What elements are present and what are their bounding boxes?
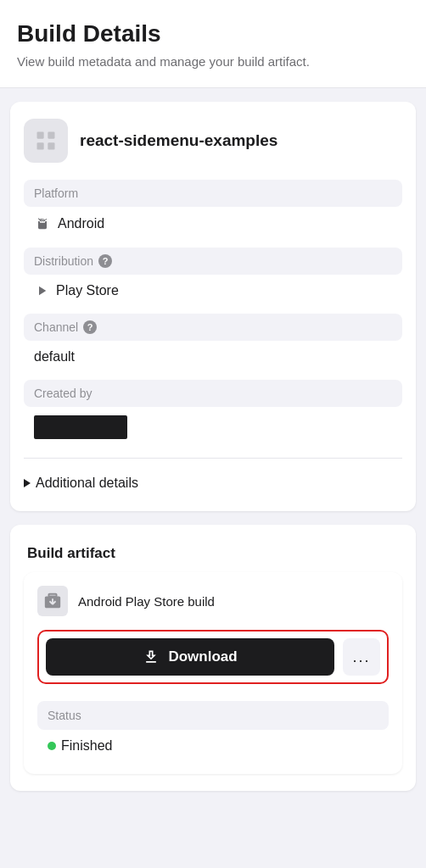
additional-details-label: Additional details	[36, 476, 138, 491]
build-metadata-card: react-sidemenu-examples Platform Android…	[10, 102, 416, 511]
artifact-name: Android Play Store build	[78, 594, 215, 609]
channel-label: Channel ?	[34, 320, 392, 334]
distribution-field-group: Distribution ? Play Store	[24, 248, 402, 310]
status-value: Finished	[61, 738, 112, 754]
artifact-card: Android Play Store build Download ... St…	[24, 572, 402, 774]
triangle-icon	[24, 479, 31, 487]
created-by-value-row	[24, 409, 402, 451]
content-area: react-sidemenu-examples Platform Android…	[0, 88, 426, 818]
distribution-label: Distribution ?	[34, 254, 392, 268]
distribution-help-icon[interactable]: ?	[98, 254, 112, 268]
channel-field-group: Channel ? default	[24, 314, 402, 376]
svg-rect-2	[37, 142, 44, 149]
page-title: Build Details	[17, 20, 409, 47]
platform-label-row: Platform	[24, 180, 402, 207]
app-name: react-sidemenu-examples	[80, 131, 277, 150]
page-header: Build Details View build metadata and ma…	[0, 0, 426, 88]
platform-label: Platform	[34, 186, 392, 200]
channel-value: default	[34, 349, 75, 364]
created-by-label: Created by	[34, 387, 392, 400]
archive-icon	[43, 592, 62, 610]
channel-help-icon[interactable]: ?	[83, 320, 97, 334]
status-label: Status	[48, 709, 81, 722]
created-by-label-row: Created by	[24, 380, 402, 407]
page-subtitle: View build metadata and manage your buil…	[17, 53, 409, 70]
grid-icon	[34, 129, 58, 153]
svg-rect-0	[37, 132, 44, 139]
build-artifact-section: Build artifact Android Play Store build …	[10, 525, 416, 791]
app-header-row: react-sidemenu-examples	[24, 119, 402, 163]
svg-rect-3	[48, 142, 54, 149]
distribution-label-row: Distribution ?	[24, 248, 402, 275]
more-options-button[interactable]: ...	[343, 638, 380, 676]
channel-label-row: Channel ?	[24, 314, 402, 341]
play-store-icon	[34, 283, 49, 298]
app-icon	[24, 119, 68, 163]
android-icon	[34, 215, 51, 232]
action-row: Download ...	[37, 630, 389, 684]
channel-value-row: default	[24, 342, 402, 376]
redacted-user-value	[34, 415, 127, 439]
distribution-value-row: Play Store	[24, 276, 402, 310]
section-header: Build artifact	[24, 542, 402, 572]
svg-rect-1	[48, 132, 54, 139]
download-icon	[143, 648, 160, 665]
artifact-row: Android Play Store build	[37, 586, 389, 616]
download-button[interactable]: Download	[46, 638, 334, 676]
platform-field-group: Platform Android	[24, 180, 402, 244]
divider	[24, 458, 402, 459]
distribution-value: Play Store	[56, 283, 119, 298]
status-dot	[48, 742, 56, 750]
additional-details-toggle[interactable]: Additional details	[24, 465, 402, 494]
platform-value: Android	[58, 216, 104, 231]
created-by-field-group: Created by	[24, 380, 402, 451]
status-label-row: Status	[37, 701, 389, 730]
artifact-icon	[37, 586, 68, 616]
platform-value-row: Android	[24, 209, 402, 244]
status-value-row: Finished	[37, 732, 389, 760]
status-section: Status Finished	[37, 698, 389, 760]
